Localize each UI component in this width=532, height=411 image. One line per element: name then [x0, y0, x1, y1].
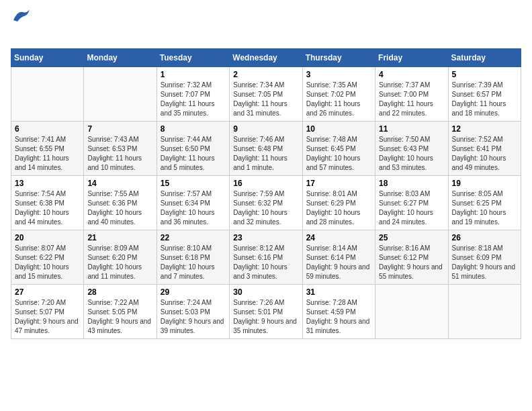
day-detail: Sunrise: 7:59 AMSunset: 6:32 PMDaylight:…	[233, 189, 298, 227]
calendar-cell: 18Sunrise: 8:03 AMSunset: 6:27 PMDayligh…	[375, 176, 448, 230]
calendar-cell: 5Sunrise: 7:39 AMSunset: 6:57 PMDaylight…	[448, 67, 521, 122]
calendar-week-row: 27Sunrise: 7:20 AMSunset: 5:07 PMDayligh…	[11, 285, 521, 339]
calendar-cell: 6Sunrise: 7:41 AMSunset: 6:55 PMDaylight…	[11, 122, 84, 176]
day-number: 24	[306, 233, 371, 242]
day-number: 29	[161, 287, 226, 297]
calendar-table: SundayMondayTuesdayWednesdayThursdayFrid…	[11, 48, 521, 339]
calendar-cell: 17Sunrise: 8:01 AMSunset: 6:29 PMDayligh…	[302, 176, 375, 230]
col-header-monday: Monday	[84, 49, 157, 67]
calendar-cell: 28Sunrise: 7:22 AMSunset: 5:05 PMDayligh…	[84, 285, 157, 339]
day-detail: Sunrise: 7:24 AMSunset: 5:03 PMDaylight:…	[161, 298, 226, 336]
calendar-cell	[11, 67, 84, 122]
day-detail: Sunrise: 8:05 AMSunset: 6:25 PMDaylight:…	[452, 189, 517, 227]
day-number: 1	[161, 70, 226, 79]
calendar-cell: 14Sunrise: 7:55 AMSunset: 6:36 PMDayligh…	[84, 176, 157, 230]
day-number: 10	[306, 124, 371, 134]
day-number: 30	[233, 287, 298, 297]
calendar-cell	[448, 285, 521, 339]
col-header-wednesday: Wednesday	[230, 49, 302, 67]
day-number: 14	[87, 179, 152, 188]
calendar-cell: 23Sunrise: 8:12 AMSunset: 6:16 PMDayligh…	[230, 230, 302, 285]
day-number: 2	[233, 70, 298, 79]
day-detail: Sunrise: 8:01 AMSunset: 6:29 PMDaylight:…	[306, 189, 371, 227]
calendar-cell	[84, 67, 157, 122]
calendar-cell: 3Sunrise: 7:35 AMSunset: 7:02 PMDaylight…	[302, 67, 375, 122]
day-number: 23	[233, 233, 298, 242]
calendar-cell: 30Sunrise: 7:26 AMSunset: 5:01 PMDayligh…	[230, 285, 302, 339]
day-detail: Sunrise: 7:43 AMSunset: 6:53 PMDaylight:…	[87, 135, 152, 173]
day-detail: Sunrise: 7:22 AMSunset: 5:05 PMDaylight:…	[87, 298, 152, 336]
logo	[11, 11, 71, 40]
calendar-cell: 29Sunrise: 7:24 AMSunset: 5:03 PMDayligh…	[157, 285, 229, 339]
calendar-cell: 11Sunrise: 7:50 AMSunset: 6:43 PMDayligh…	[375, 122, 448, 176]
day-detail: Sunrise: 7:46 AMSunset: 6:48 PMDaylight:…	[233, 135, 298, 173]
day-number: 21	[87, 233, 152, 242]
day-detail: Sunrise: 7:41 AMSunset: 6:55 PMDaylight:…	[15, 135, 80, 173]
day-detail: Sunrise: 7:37 AMSunset: 7:00 PMDaylight:…	[379, 81, 444, 118]
calendar-cell: 26Sunrise: 8:18 AMSunset: 6:09 PMDayligh…	[448, 230, 521, 285]
day-detail: Sunrise: 7:34 AMSunset: 7:05 PMDaylight:…	[233, 81, 298, 118]
day-detail: Sunrise: 7:57 AMSunset: 6:34 PMDaylight:…	[161, 189, 226, 227]
calendar-cell: 25Sunrise: 8:16 AMSunset: 6:12 PMDayligh…	[375, 230, 448, 285]
day-number: 27	[15, 287, 80, 297]
day-number: 31	[306, 287, 371, 297]
calendar-week-row: 20Sunrise: 8:07 AMSunset: 6:22 PMDayligh…	[11, 230, 521, 285]
day-number: 18	[379, 179, 444, 188]
day-detail: Sunrise: 7:28 AMSunset: 4:59 PMDaylight:…	[306, 298, 371, 336]
calendar-cell: 21Sunrise: 8:09 AMSunset: 6:20 PMDayligh…	[84, 230, 157, 285]
calendar-cell: 1Sunrise: 7:32 AMSunset: 7:07 PMDaylight…	[157, 67, 229, 122]
calendar-week-row: 6Sunrise: 7:41 AMSunset: 6:55 PMDaylight…	[11, 122, 521, 176]
calendar-cell: 22Sunrise: 8:10 AMSunset: 6:18 PMDayligh…	[157, 230, 229, 285]
calendar-header-row: SundayMondayTuesdayWednesdayThursdayFrid…	[11, 49, 521, 67]
day-number: 8	[161, 124, 226, 134]
logo-bird-icon	[12, 8, 31, 23]
calendar-cell: 9Sunrise: 7:46 AMSunset: 6:48 PMDaylight…	[230, 122, 302, 176]
calendar-cell: 15Sunrise: 7:57 AMSunset: 6:34 PMDayligh…	[157, 176, 229, 230]
day-number: 5	[452, 70, 517, 79]
day-detail: Sunrise: 7:44 AMSunset: 6:50 PMDaylight:…	[161, 135, 226, 173]
day-number: 13	[15, 179, 80, 188]
day-detail: Sunrise: 7:32 AMSunset: 7:07 PMDaylight:…	[161, 81, 226, 118]
day-detail: Sunrise: 7:20 AMSunset: 5:07 PMDaylight:…	[15, 298, 80, 336]
day-number: 12	[452, 124, 517, 134]
day-number: 4	[379, 70, 444, 79]
day-number: 28	[87, 287, 152, 297]
day-detail: Sunrise: 8:10 AMSunset: 6:18 PMDaylight:…	[161, 244, 226, 281]
col-header-saturday: Saturday	[448, 49, 521, 67]
day-detail: Sunrise: 7:54 AMSunset: 6:38 PMDaylight:…	[15, 189, 80, 227]
day-detail: Sunrise: 7:50 AMSunset: 6:43 PMDaylight:…	[379, 135, 444, 173]
calendar-cell: 10Sunrise: 7:48 AMSunset: 6:45 PMDayligh…	[302, 122, 375, 176]
calendar-cell: 2Sunrise: 7:34 AMSunset: 7:05 PMDaylight…	[230, 67, 302, 122]
day-number: 17	[306, 179, 371, 188]
day-detail: Sunrise: 8:16 AMSunset: 6:12 PMDaylight:…	[379, 244, 444, 281]
day-detail: Sunrise: 8:03 AMSunset: 6:27 PMDaylight:…	[379, 189, 444, 227]
day-number: 20	[15, 233, 80, 242]
calendar-cell: 13Sunrise: 7:54 AMSunset: 6:38 PMDayligh…	[11, 176, 84, 230]
calendar-cell	[375, 285, 448, 339]
calendar-cell: 24Sunrise: 8:14 AMSunset: 6:14 PMDayligh…	[302, 230, 375, 285]
calendar-cell: 27Sunrise: 7:20 AMSunset: 5:07 PMDayligh…	[11, 285, 84, 339]
calendar-cell: 7Sunrise: 7:43 AMSunset: 6:53 PMDaylight…	[84, 122, 157, 176]
col-header-sunday: Sunday	[11, 49, 84, 67]
day-detail: Sunrise: 8:18 AMSunset: 6:09 PMDaylight:…	[452, 244, 517, 281]
day-detail: Sunrise: 7:35 AMSunset: 7:02 PMDaylight:…	[306, 81, 371, 118]
day-number: 25	[379, 233, 444, 242]
col-header-friday: Friday	[375, 49, 448, 67]
calendar-cell: 16Sunrise: 7:59 AMSunset: 6:32 PMDayligh…	[230, 176, 302, 230]
page-header	[11, 11, 521, 40]
day-detail: Sunrise: 8:07 AMSunset: 6:22 PMDaylight:…	[15, 244, 80, 281]
calendar-week-row: 1Sunrise: 7:32 AMSunset: 7:07 PMDaylight…	[11, 67, 521, 122]
day-detail: Sunrise: 8:14 AMSunset: 6:14 PMDaylight:…	[306, 244, 371, 281]
calendar-cell: 19Sunrise: 8:05 AMSunset: 6:25 PMDayligh…	[448, 176, 521, 230]
col-header-tuesday: Tuesday	[157, 49, 229, 67]
day-number: 15	[161, 179, 226, 188]
calendar-cell: 8Sunrise: 7:44 AMSunset: 6:50 PMDaylight…	[157, 122, 229, 176]
day-detail: Sunrise: 8:09 AMSunset: 6:20 PMDaylight:…	[87, 244, 152, 281]
day-detail: Sunrise: 7:26 AMSunset: 5:01 PMDaylight:…	[233, 298, 298, 336]
day-detail: Sunrise: 7:39 AMSunset: 6:57 PMDaylight:…	[452, 81, 517, 118]
day-number: 9	[233, 124, 298, 134]
day-number: 26	[452, 233, 517, 242]
day-number: 22	[161, 233, 226, 242]
day-detail: Sunrise: 7:48 AMSunset: 6:45 PMDaylight:…	[306, 135, 371, 173]
col-header-thursday: Thursday	[302, 49, 375, 67]
